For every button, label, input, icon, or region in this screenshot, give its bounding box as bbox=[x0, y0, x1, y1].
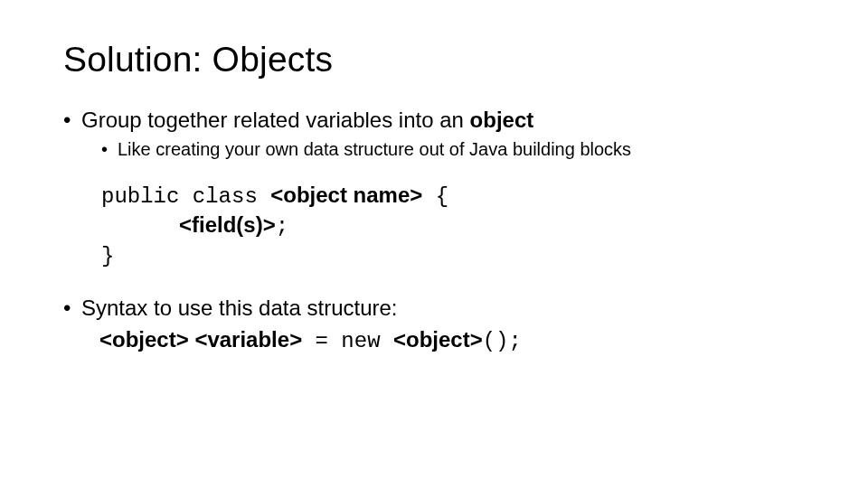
code-line-3: } bbox=[101, 240, 805, 270]
code-keyword-public-class: public class bbox=[101, 184, 270, 209]
bullet-list-2: Syntax to use this data structure: <obje… bbox=[63, 295, 805, 355]
syntax-line: <object> <variable> = new <object>(); bbox=[81, 325, 805, 355]
sub-bullet-data-structure: Like creating your own data structure ou… bbox=[101, 137, 805, 161]
slide-title: Solution: Objects bbox=[63, 40, 805, 80]
code-placeholder-fields: <field(s)> bbox=[179, 212, 276, 237]
code-placeholder-object-name: <object name> bbox=[270, 183, 422, 207]
sub-bullet-list: Like creating your own data structure ou… bbox=[101, 137, 805, 161]
bullet-syntax-text: Syntax to use this data structure: bbox=[81, 296, 398, 320]
syntax-placeholder-variable: <variable> bbox=[194, 327, 302, 352]
bullet-bold-object: object bbox=[470, 108, 534, 132]
bullet-group-variables: Group together related variables into an… bbox=[63, 107, 805, 161]
code-line-1: public class <object name> { bbox=[101, 181, 805, 211]
bullet-text: Group together related variables into an bbox=[81, 108, 470, 132]
bullet-list: Group together related variables into an… bbox=[63, 107, 805, 161]
bullet-syntax: Syntax to use this data structure: <obje… bbox=[63, 295, 805, 355]
code-brace-open: { bbox=[422, 184, 448, 209]
slide: Solution: Objects Group together related… bbox=[0, 0, 868, 488]
code-line-2: <field(s)>; bbox=[101, 211, 805, 240]
syntax-equals-new: = new bbox=[302, 329, 393, 353]
code-brace-close: } bbox=[101, 244, 114, 268]
code-block-class-definition: public class <object name> { <field(s)>;… bbox=[101, 181, 805, 271]
syntax-placeholder-object-ctor: <object> bbox=[393, 327, 483, 352]
syntax-placeholder-object-type: <object> bbox=[99, 327, 189, 352]
code-semicolon: ; bbox=[276, 214, 288, 239]
syntax-parens-semicolon: (); bbox=[483, 329, 522, 353]
